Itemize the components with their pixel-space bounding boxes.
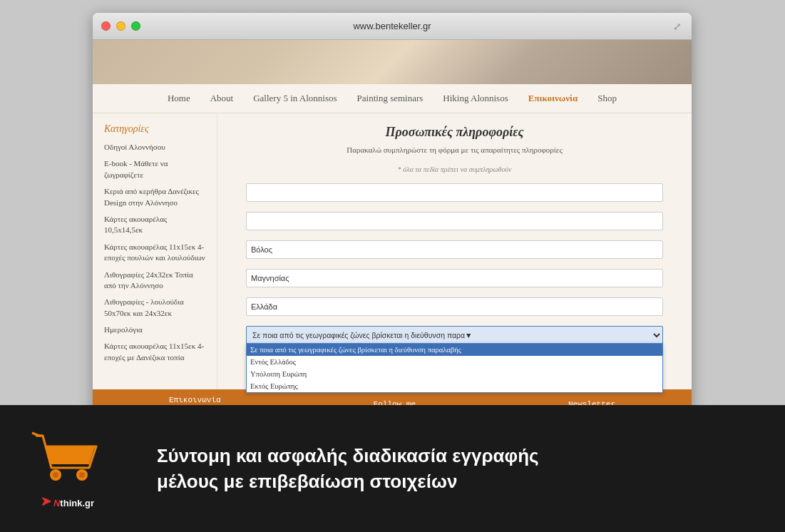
form-required-note: * όλα τα πεδία πρέπει να συμπληρωθούν [246,165,663,173]
minimize-button[interactable] [116,21,125,31]
sidebar-item-7[interactable]: Λιθογραφίες - λουλούδια 50x70εκ και 24x3… [104,297,207,319]
sidebar-item-5[interactable]: Κάρτες ακουαρέλας 11x15εκ 4-εποχές πουλι… [104,242,207,264]
nav-shop[interactable]: Shop [597,93,617,104]
bottom-overlay: ⮞ Nthink.gr Σύντομη και ασφαλής διαδικασ… [0,405,785,532]
svg-point-5 [79,472,85,478]
form-subtitle: Παρακαλώ συμπληρώστε τη φόρμα με τις απα… [246,145,663,154]
svg-point-3 [53,472,58,478]
country-group [246,297,663,322]
form-title: Προσωπικές πληροφορίες [246,125,663,140]
nav-hiking[interactable]: Hiking Alonnisos [443,93,508,104]
city-group [246,240,663,265]
think-logo: ⮞ Nthink.gr [41,497,94,508]
sidebar-item-4[interactable]: Κάρτες ακουαρέλας 10,5x14,5εκ [104,214,207,236]
overlay-text: Σύντομη και ασφαλής διαδικασία εγγραφής … [135,429,785,509]
zone-dropdown[interactable]: Σε ποια από τις γεωγραφικές ζώνες βρίσκε… [246,326,663,344]
country-input[interactable] [246,297,663,316]
address-bar[interactable]: www.bentekeller.gr [353,21,431,31]
nav-contact[interactable]: Επικοινωνία [528,93,578,104]
nav-gallery[interactable]: Gallery 5 in Alonnisos [253,93,337,104]
sidebar-item-1[interactable]: Οδηγοί Αλοννήσου [104,142,207,153]
sidebar-item-2[interactable]: E-book - Μάθετε να ζωγραφίζετε [104,158,207,180]
sidebar: Κατηγορίες Οδηγοί Αλοννήσου E-book - Μάθ… [93,113,217,399]
browser-chrome: www.bentekeller.gr ⤢ [93,13,692,40]
cart-icon-area: ⮞ Nthink.gr [0,414,135,523]
website-content: Home About Gallery 5 in Alonnisos Painti… [93,40,692,419]
region-group [246,269,663,293]
think-logo-text: Nthink.gr [53,498,94,508]
browser-window: www.bentekeller.gr ⤢ Home About Gallery … [93,13,692,419]
cart-icon [29,429,107,493]
sidebar-item-8[interactable]: Ημερολόγια [104,324,207,335]
sidebar-title: Κατηγορίες [104,123,207,135]
nav-painting[interactable]: Painting seminars [357,93,424,104]
sidebar-item-6[interactable]: Λιθογραφίες 24x32εκ Τοπία από την Αλόννη… [104,270,207,292]
name-group [246,183,663,208]
site-header [93,40,692,84]
nav-home[interactable]: Home [168,93,190,104]
zone-dropdown-container: Σε ποια από τις γεωγραφικές ζώνες βρίσκε… [246,326,663,344]
region-input[interactable] [246,269,663,287]
maximize-button[interactable] [131,21,140,31]
dropdown-option-3[interactable]: Εκτός Ευρώπης [247,380,662,392]
svg-line-1 [32,433,39,436]
sidebar-item-3[interactable]: Κεριά από κερήθρα Δανέζικες Design στην … [104,186,207,208]
phone-input[interactable] [246,212,663,230]
expand-icon[interactable]: ⤢ [673,21,684,32]
think-logo-arrow: ⮞ [41,497,51,508]
overlay-title-line1: Σύντομη και ασφαλής διαδικασία εγγραφής [157,443,764,469]
overlay-title-line2: μέλους με επιβεβαίωση στοιχείων [157,469,764,494]
form-area: Προσωπικές πληροφορίες Παρακαλώ συμπληρώ… [217,113,692,399]
site-nav: Home About Gallery 5 in Alonnisos Painti… [93,84,692,113]
phone-group [246,212,663,236]
name-input[interactable] [246,183,663,202]
dropdown-option-selected[interactable]: Σε ποια από τις γεωγραφικές ζώνες βρίσκε… [247,344,662,356]
main-content: Κατηγορίες Οδηγοί Αλοννήσου E-book - Μάθ… [93,113,692,399]
dropdown-list: Σε ποια από τις γεωγραφικές ζώνες βρίσκε… [246,343,663,393]
close-button[interactable] [101,21,111,31]
footer-contact[interactable]: Επικοινωνία [169,396,221,404]
dropdown-option-2[interactable]: Υπόλοιπη Ευρώπη [247,368,662,380]
dropdown-option-1[interactable]: Εντός Ελλάδος [247,356,662,368]
nav-about[interactable]: About [210,93,234,104]
sidebar-item-9[interactable]: Κάρτες ακουαρέλας 11x15εκ 4-εποχές με Δα… [104,341,207,363]
city-input[interactable] [246,240,663,259]
